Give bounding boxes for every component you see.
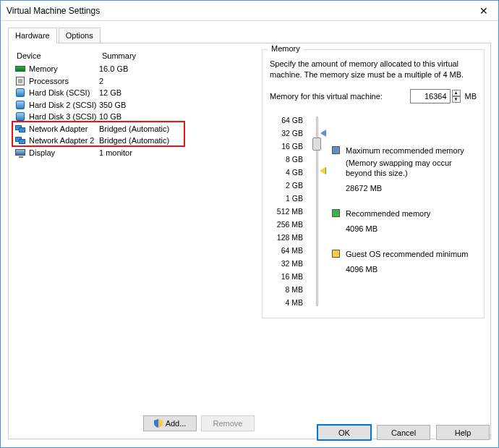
tick-label: 128 MB (270, 231, 303, 244)
network-icon (14, 124, 26, 133)
tick-label: 8 GB (270, 153, 303, 166)
display-icon (14, 148, 26, 157)
legend-rec-label: Recommended memory (346, 208, 430, 219)
tick-label: 64 MB (270, 244, 303, 257)
device-summary: 10 GB (99, 112, 255, 121)
spinner-up-icon[interactable]: ▲ (452, 90, 461, 96)
table-row[interactable]: Processors 2 (14, 75, 255, 88)
cancel-button[interactable]: Cancel (377, 425, 430, 440)
memory-legend: Maximum recommended memory (Memory swapp… (332, 114, 477, 309)
tab-strip: Hardware Options (8, 27, 491, 43)
device-summary: Bridged (Automatic) (99, 136, 255, 145)
device-name: Processors (29, 77, 69, 85)
tick-label: 1 GB (270, 192, 303, 205)
table-header: Device Summary (14, 49, 255, 63)
device-buttons: Add... Remove (14, 415, 255, 431)
tick-label: 8 MB (270, 283, 303, 296)
legend-min: Guest OS recommended minimum 4096 MB (332, 249, 477, 275)
swatch-icon (332, 146, 340, 154)
table-row[interactable]: Display 1 monitor (14, 147, 255, 159)
spinner-down-icon[interactable]: ▼ (452, 96, 461, 103)
tick-label: 32 MB (270, 257, 303, 270)
memory-input-row: Memory for this virtual machine: ▲ ▼ MB (270, 89, 477, 103)
memory-description: Specify the amount of memory allocated t… (270, 59, 477, 80)
memory-group-title: Memory (268, 44, 303, 53)
header-device[interactable]: Device (17, 51, 102, 60)
ok-button[interactable]: OK (317, 425, 371, 440)
device-name: Hard Disk 2 (SCSI) (29, 101, 97, 109)
add-button-label: Add... (166, 419, 187, 428)
device-name: Network Adapter (29, 124, 88, 133)
device-summary: 1 monitor (99, 148, 255, 157)
legend-max-note: (Memory swapping may occur beyond this s… (346, 158, 477, 179)
tab-body: Device Summary Memory 16.0 GB Processors… (8, 43, 491, 439)
device-name: Network Adapter 2 (29, 136, 95, 145)
table-row[interactable]: Hard Disk 2 (SCSI) 350 GB (14, 99, 255, 111)
tick-label: 16 MB (270, 270, 303, 283)
window-title: Virtual Machine Settings (7, 6, 469, 16)
memory-icon (14, 64, 26, 73)
dialog-buttons: OK Cancel Help (317, 425, 490, 440)
max-marker-icon (320, 130, 326, 137)
help-button[interactable]: Help (436, 425, 490, 440)
table-row[interactable]: Hard Disk (SCSI) 12 GB (14, 87, 255, 99)
device-summary: Bridged (Automatic) (99, 124, 255, 133)
remove-button-label: Remove (213, 419, 243, 428)
device-summary: 2 (99, 77, 255, 85)
device-panel: Device Summary Memory 16.0 GB Processors… (14, 49, 255, 431)
device-summary: 16.0 GB (99, 64, 255, 73)
table-row[interactable]: Memory 16.0 GB (14, 63, 255, 75)
legend-max-label: Maximum recommended memory (346, 145, 477, 156)
tick-label: 512 MB (270, 205, 303, 218)
device-name: Memory (29, 64, 58, 73)
memory-input[interactable] (410, 89, 451, 103)
shield-icon (154, 419, 163, 428)
table-row[interactable]: Network Adapter 2 Bridged (Automatic) (14, 135, 255, 147)
tick-label: 16 GB (270, 140, 303, 153)
legend-max: Maximum recommended memory (Memory swapp… (332, 145, 477, 194)
memory-input-label: Memory for this virtual machine: (270, 92, 406, 101)
device-name: Display (29, 148, 55, 157)
cpu-icon (14, 77, 26, 85)
memory-unit: MB (465, 92, 477, 101)
tick-label: 64 GB (270, 114, 303, 127)
disk-icon (14, 88, 26, 97)
legend-min-label: Guest OS recommended minimum (346, 249, 468, 260)
close-icon[interactable]: ✕ (469, 1, 498, 20)
tick-label: 256 MB (270, 218, 303, 231)
tick-label: 2 GB (270, 179, 303, 192)
memory-groupbox: Memory Specify the amount of memory allo… (262, 49, 485, 318)
memory-spinner: ▲ ▼ (410, 89, 461, 103)
swatch-icon (332, 250, 340, 258)
titlebar: Virtual Machine Settings ✕ (1, 1, 498, 21)
slider-thumb-icon[interactable] (312, 138, 321, 151)
legend-max-value: 28672 MB (346, 183, 477, 194)
memory-slider[interactable] (307, 114, 328, 309)
disk-icon (14, 112, 26, 121)
disk-icon (14, 101, 26, 109)
tab-hardware[interactable]: Hardware (8, 28, 57, 43)
tab-options[interactable]: Options (59, 28, 101, 43)
header-summary[interactable]: Summary (102, 51, 255, 60)
table-row[interactable]: Hard Disk 3 (SCSI) 10 GB (14, 111, 255, 123)
device-name: Hard Disk 3 (SCSI) (29, 112, 97, 121)
memory-panel: Memory Specify the amount of memory allo… (262, 49, 485, 431)
legend-min-value: 4096 MB (346, 264, 468, 275)
legend-rec-value: 4096 MB (346, 224, 430, 234)
device-summary: 12 GB (99, 88, 255, 97)
add-button[interactable]: Add... (143, 415, 197, 431)
min-marker-icon (320, 167, 325, 174)
tick-label: 32 GB (270, 127, 303, 140)
network-icon (14, 136, 26, 145)
memory-ticks: 64 GB 32 GB 16 GB 8 GB 4 GB 2 GB 1 GB 51… (270, 114, 303, 309)
remove-button: Remove (201, 415, 255, 431)
table-rows: Memory 16.0 GB Processors 2 Hard Disk (S… (14, 63, 255, 159)
swatch-icon (332, 209, 340, 217)
vm-settings-window: Virtual Machine Settings ✕ Hardware Opti… (0, 0, 499, 448)
legend-rec: Recommended memory 4096 MB (332, 208, 477, 234)
tick-label: 4 MB (270, 296, 303, 309)
device-name: Hard Disk (SCSI) (29, 88, 90, 97)
device-summary: 350 GB (99, 101, 255, 109)
tick-label: 4 GB (270, 166, 303, 179)
table-row[interactable]: Network Adapter Bridged (Automatic) (14, 123, 255, 135)
